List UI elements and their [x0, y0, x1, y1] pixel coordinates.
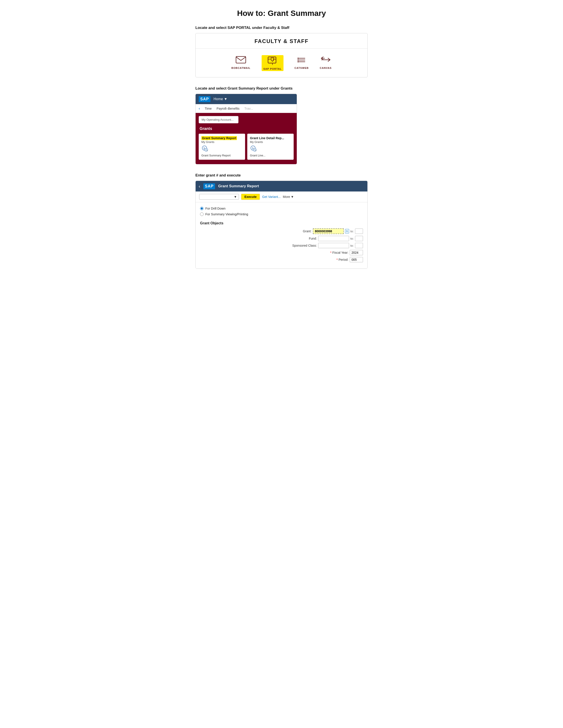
grant-card-detail-title: Grant Line Detail Rep...: [250, 136, 291, 140]
grant-objects-heading: Grant Objects: [200, 221, 363, 225]
sponsored-class-input[interactable]: [318, 243, 349, 248]
section2-label: Locate and select Grant Summary Report u…: [195, 86, 368, 91]
faculty-staff-icons: BOBCATMAIL SAP PORTAL: [195, 49, 368, 77]
icon-canvas[interactable]: CANVAS: [320, 55, 332, 71]
sap-home-label: Home ▼: [213, 97, 227, 101]
sap-nav-back[interactable]: ‹: [199, 107, 200, 111]
gsr-back-button[interactable]: ‹: [199, 184, 200, 189]
svg-point-9: [298, 61, 299, 62]
svg-text:🔍: 🔍: [205, 149, 208, 151]
fund-input[interactable]: [318, 236, 349, 241]
bobcatmail-icon: [235, 55, 246, 64]
grant-copy-icon[interactable]: ⎘: [345, 229, 349, 233]
radio-group: For Drill Down For Summary Viewing/Print…: [200, 207, 363, 216]
sponsored-class-to-label: to:: [351, 244, 354, 247]
section1-label: Locate and select SAP PORTAL under Facul…: [195, 26, 368, 30]
catsweb-icon: [296, 55, 307, 64]
sap-operating-dropdown[interactable]: My Operating Account...: [199, 116, 238, 123]
radio-summary[interactable]: For Summary Viewing/Printing: [200, 212, 363, 216]
grant-to-input[interactable]: [355, 229, 363, 234]
fiscal-year-label: Fiscal Year:: [322, 251, 349, 254]
bobcatmail-label: BOBCATMAIL: [231, 67, 250, 69]
fiscal-year-input[interactable]: [350, 250, 363, 255]
svg-point-7: [298, 60, 299, 61]
form-row-fund: Fund: to:: [200, 236, 363, 241]
grant-card-detail[interactable]: Grant Line Detail Rep... My Grants $ 🔍 G…: [247, 134, 294, 160]
radio-drill-down[interactable]: For Drill Down: [200, 207, 363, 210]
icon-catsweb[interactable]: CATSWEB: [295, 55, 309, 71]
sap-nav-travel[interactable]: Trav...: [244, 107, 253, 110]
grant-summary-icon: $ 🔍: [201, 145, 242, 153]
period-label: Period:: [322, 258, 349, 261]
catsweb-label: CATSWEB: [295, 67, 309, 69]
grants-cards: Grant Summary Report My Grants $ 🔍 Grant: [199, 134, 294, 160]
period-input[interactable]: [350, 257, 363, 262]
sap-portal-label: SAP PORTAL: [263, 68, 282, 70]
grant-to-label: to:: [351, 230, 354, 233]
form-row-sponsored-class: Sponsored Class: to:: [200, 243, 363, 248]
gsr-toolbar: ▼ Execute Get Variant... More ▼: [195, 191, 368, 202]
grant-card-summary[interactable]: Grant Summary Report My Grants $ 🔍 Grant: [199, 134, 245, 160]
form-row-period: Period:: [200, 257, 363, 262]
sap-logo: SAP: [199, 96, 210, 102]
grants-heading: Grants: [199, 126, 294, 131]
grant-input[interactable]: [313, 228, 344, 234]
gsr-topbar: ‹ SAP Grant Summary Report: [195, 181, 368, 191]
grant-detail-icon: $ 🔍: [250, 145, 291, 153]
grant-card-summary-subtitle: My Grants: [201, 140, 242, 144]
fund-to-label: to:: [351, 237, 354, 240]
section3-label: Enter grant # and execute: [195, 173, 368, 178]
canvas-icon: [320, 55, 332, 64]
gsr-form-body: For Drill Down For Summary Viewing/Print…: [195, 202, 368, 268]
grant-card-summary-title: Grant Summary Report: [201, 136, 242, 140]
sap-nav: ‹ Time Payroll–Benefits Trav...: [195, 104, 297, 113]
section2-screenshot: SAP Home ▼ ‹ Time Payroll–Benefits Trav.…: [195, 94, 297, 164]
sponsored-class-to-input[interactable]: [355, 243, 363, 248]
gsr-get-variant-link[interactable]: Get Variant...: [262, 195, 280, 199]
form-row-fiscal-year: Fiscal Year:: [200, 250, 363, 255]
gsr-execute-button[interactable]: Execute: [241, 194, 260, 200]
fund-label: Fund:: [290, 237, 317, 240]
sap-nav-time[interactable]: Time: [205, 107, 211, 110]
grant-card-summary-link[interactable]: Grant Summary Report: [201, 154, 242, 157]
sap-portal-icon: [267, 56, 278, 65]
sap-nav-payroll[interactable]: Payroll–Benefits: [216, 107, 239, 110]
svg-rect-0: [236, 56, 246, 63]
fund-to-input[interactable]: [355, 236, 363, 241]
grant-card-detail-subtitle: My Grants: [250, 140, 291, 144]
gsr-logo: SAP: [203, 183, 215, 189]
faculty-staff-header: FACULTY & STAFF: [195, 33, 368, 49]
icon-sap-portal[interactable]: SAP PORTAL: [261, 55, 284, 71]
svg-text:🔍: 🔍: [254, 149, 256, 151]
sponsored-class-label: Sponsored Class:: [290, 244, 317, 247]
icon-bobcatmail[interactable]: BOBCATMAIL: [231, 55, 250, 71]
form-row-grant: Grant: ⎘ to:: [200, 228, 363, 234]
section3-screenshot: ‹ SAP Grant Summary Report ▼ Execute Get…: [195, 181, 368, 269]
gsr-page-title: Grant Summary Report: [218, 184, 259, 188]
gsr-variant-select[interactable]: ▼: [199, 194, 239, 200]
section1-screenshot: FACULTY & STAFF BOBCATMAIL: [195, 33, 368, 77]
svg-point-5: [298, 58, 299, 59]
canvas-label: CANVAS: [320, 67, 332, 69]
gsr-more-button[interactable]: More ▼: [283, 195, 294, 199]
sap-topbar: SAP Home ▼: [195, 94, 297, 104]
page-title: How to: Grant Summary: [195, 9, 368, 18]
grant-card-detail-link[interactable]: Grant Line...: [250, 154, 291, 157]
sap-content: My Operating Account... Grants Grant Sum…: [195, 113, 297, 164]
grant-label: Grant:: [285, 229, 312, 233]
